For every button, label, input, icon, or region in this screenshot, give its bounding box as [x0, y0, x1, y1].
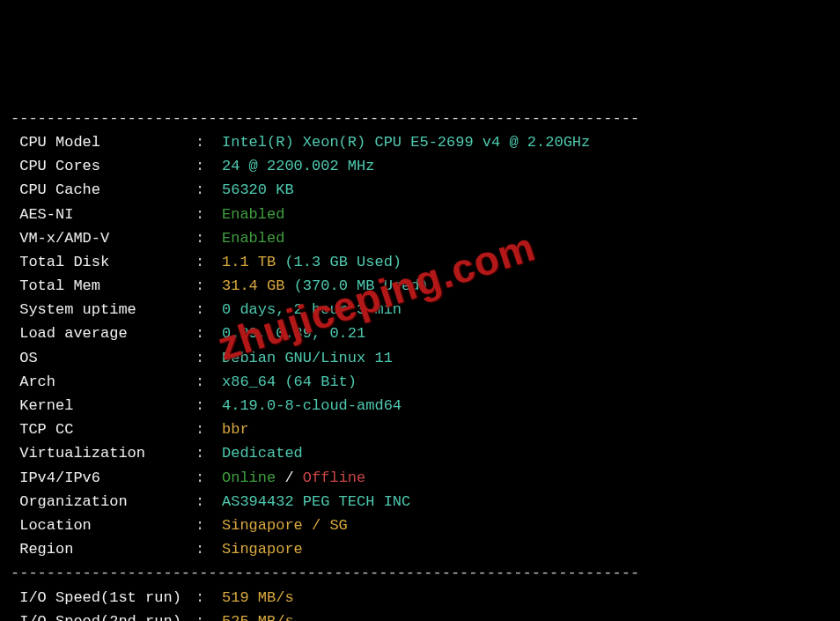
info-row-5: Total Disk: 1.1 TB (1.3 GB Used) — [11, 250, 829, 274]
value-part: (370.0 MB Used) — [294, 277, 429, 294]
info-row-7: System uptime: 0 days, 2 hour 3 min — [11, 298, 829, 322]
value-part: 31.4 GB — [222, 277, 294, 294]
divider-line: ----------------------------------------… — [11, 107, 829, 130]
colon-separator: : — [195, 441, 222, 465]
value-part: Singapore / SG — [222, 517, 348, 534]
info-value: Online / Offline — [222, 466, 365, 490]
info-label: Total Disk — [11, 250, 195, 274]
info-label: CPU Cores — [11, 154, 195, 178]
value-part: 4.19.0-8-cloud-amd64 — [222, 397, 402, 414]
info-row-9: OS: Debian GNU/Linux 11 — [11, 346, 829, 370]
colon-separator: : — [195, 394, 222, 418]
value-part: Enabled — [222, 230, 284, 247]
value-part: Intel(R) Xeon(R) CPU E5-2699 v4 @ 2.20GH… — [222, 134, 590, 151]
info-value: Enabled — [222, 226, 284, 250]
info-row-0: CPU Model: Intel(R) Xeon(R) CPU E5-2699 … — [11, 130, 829, 154]
info-value: Singapore / SG — [222, 514, 348, 537]
info-row-17: Region: Singapore — [11, 537, 829, 561]
colon-separator: : — [195, 537, 222, 561]
info-row-11: Kernel: 4.19.0-8-cloud-amd64 — [11, 394, 829, 418]
value-part: Debian GNU/Linux 11 — [222, 350, 393, 366]
colon-separator: : — [195, 586, 222, 610]
info-value: 24 @ 2200.002 MHz — [222, 154, 374, 178]
value-part: 56320 KB — [222, 181, 294, 198]
value-part: Offline — [303, 469, 365, 486]
info-label: TCP CC — [11, 418, 195, 441]
info-row-14: IPv4/IPv6: Online / Offline — [11, 466, 829, 490]
info-row-6: Total Mem: 31.4 GB (370.0 MB Used) — [11, 274, 829, 298]
colon-separator: : — [195, 203, 222, 226]
info-label: IPv4/IPv6 — [11, 466, 195, 490]
info-row-10: Arch: x86_64 (64 Bit) — [11, 370, 829, 394]
info-label: OS — [11, 346, 195, 370]
value-part: bbr — [222, 421, 249, 438]
value-part: Online — [222, 469, 276, 486]
info-row-1: CPU Cores: 24 @ 2200.002 MHz — [11, 154, 829, 178]
info-row-io-0: I/O Speed(1st run): 519 MB/s — [11, 586, 829, 610]
colon-separator: : — [195, 322, 222, 345]
info-label: I/O Speed(2nd run) — [11, 610, 195, 621]
colon-separator: : — [195, 418, 222, 441]
value-part: Singapore — [222, 541, 303, 558]
divider-line: ----------------------------------------… — [11, 561, 829, 585]
info-value: bbr — [222, 418, 249, 441]
colon-separator: : — [195, 274, 222, 298]
info-row-12: TCP CC: bbr — [11, 418, 829, 441]
info-value: 525 MB/s — [222, 610, 294, 621]
value-part: 519 MB/s — [222, 589, 294, 606]
info-label: AES-NI — [11, 203, 195, 226]
info-label: Organization — [11, 490, 195, 514]
info-value: x86_64 (64 Bit) — [222, 370, 357, 394]
value-part: x86_64 (64 Bit) — [222, 373, 357, 390]
info-label: CPU Model — [11, 130, 195, 154]
value-part: AS394432 PEG TECH INC — [222, 493, 410, 510]
colon-separator: : — [195, 130, 222, 154]
value-part: (1.3 GB Used) — [284, 254, 402, 270]
info-value: AS394432 PEG TECH INC — [222, 490, 410, 514]
value-part: / — [276, 469, 303, 486]
info-value: Intel(R) Xeon(R) CPU E5-2699 v4 @ 2.20GH… — [222, 130, 590, 154]
info-value: 4.19.0-8-cloud-amd64 — [222, 394, 402, 418]
info-value: Enabled — [222, 203, 284, 226]
colon-separator: : — [195, 370, 222, 394]
value-part: 0 days, 2 hour 3 min — [222, 301, 402, 318]
colon-separator: : — [195, 346, 222, 370]
info-value: 0.29, 0.39, 0.21 — [222, 322, 365, 345]
info-value: Singapore — [222, 537, 303, 561]
info-row-io-1: I/O Speed(2nd run): 525 MB/s — [11, 610, 829, 621]
info-value: Dedicated — [222, 441, 303, 465]
info-label: Load average — [11, 322, 195, 345]
colon-separator: : — [195, 178, 222, 202]
value-part: Dedicated — [222, 445, 303, 462]
colon-separator: : — [195, 154, 222, 178]
info-row-4: VM-x/AMD-V: Enabled — [11, 226, 829, 250]
info-label: Region — [11, 537, 195, 561]
info-row-8: Load average: 0.29, 0.39, 0.21 — [11, 322, 829, 345]
colon-separator: : — [195, 250, 222, 274]
value-part: 525 MB/s — [222, 613, 294, 621]
colon-separator: : — [195, 610, 222, 621]
colon-separator: : — [195, 490, 222, 514]
info-label: System uptime — [11, 298, 195, 322]
value-part: 0.29, 0.39, 0.21 — [222, 325, 365, 342]
info-label: CPU Cache — [11, 178, 195, 202]
info-label: Location — [11, 514, 195, 537]
colon-separator: : — [195, 514, 222, 537]
terminal-output: ----------------------------------------… — [11, 107, 829, 621]
info-value: Debian GNU/Linux 11 — [222, 346, 393, 370]
info-row-3: AES-NI: Enabled — [11, 203, 829, 226]
value-part: Enabled — [222, 206, 284, 223]
value-part: 24 @ 2200.002 MHz — [222, 158, 374, 174]
colon-separator: : — [195, 466, 222, 490]
info-value: 56320 KB — [222, 178, 294, 202]
info-value: 519 MB/s — [222, 586, 294, 610]
info-row-15: Organization: AS394432 PEG TECH INC — [11, 490, 829, 514]
colon-separator: : — [195, 298, 222, 322]
info-label: Virtualization — [11, 441, 195, 465]
info-row-13: Virtualization: Dedicated — [11, 441, 829, 465]
info-row-2: CPU Cache: 56320 KB — [11, 178, 829, 202]
info-value: 0 days, 2 hour 3 min — [222, 298, 402, 322]
info-row-16: Location: Singapore / SG — [11, 514, 829, 537]
info-label: Kernel — [11, 394, 195, 418]
info-label: Total Mem — [11, 274, 195, 298]
